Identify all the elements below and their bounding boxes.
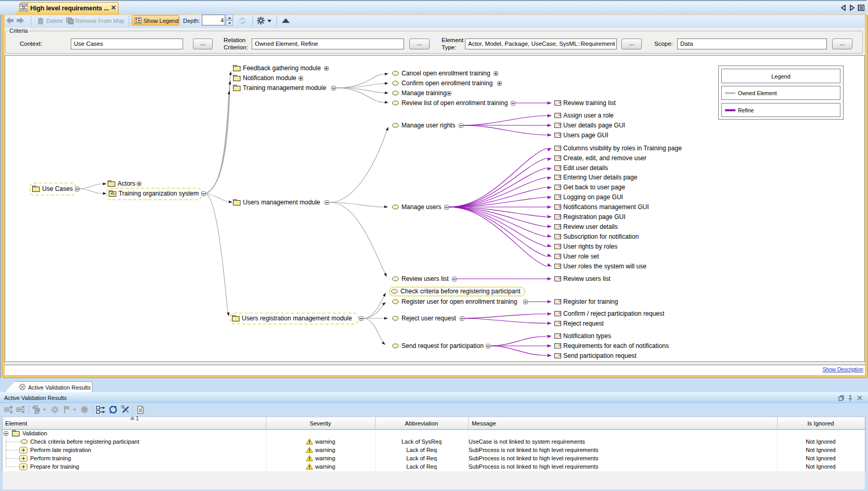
svg-text:R: R <box>559 175 561 179</box>
svg-text:R: R <box>559 185 561 189</box>
svg-text:R: R <box>559 312 561 315</box>
svg-text:R: R <box>559 146 561 150</box>
svg-text:R: R <box>559 156 561 160</box>
svg-text:R: R <box>559 300 561 303</box>
svg-text:R: R <box>559 344 561 347</box>
svg-text:R: R <box>559 133 561 137</box>
svg-text:R: R <box>559 205 561 209</box>
svg-text:R: R <box>559 254 561 258</box>
svg-text:R: R <box>559 195 561 199</box>
svg-text:R: R <box>559 113 561 117</box>
svg-text:R: R <box>559 334 561 338</box>
svg-text:R: R <box>559 123 561 127</box>
svg-text:R: R <box>559 225 561 228</box>
svg-text:R: R <box>559 354 561 357</box>
svg-text:R: R <box>559 277 561 280</box>
svg-text:R: R <box>559 264 561 268</box>
svg-text:R: R <box>559 166 561 170</box>
svg-text:R: R <box>559 244 561 248</box>
svg-text:R: R <box>559 215 561 218</box>
svg-text:R: R <box>559 321 561 325</box>
svg-text:R: R <box>559 101 561 105</box>
svg-text:R: R <box>559 235 561 238</box>
